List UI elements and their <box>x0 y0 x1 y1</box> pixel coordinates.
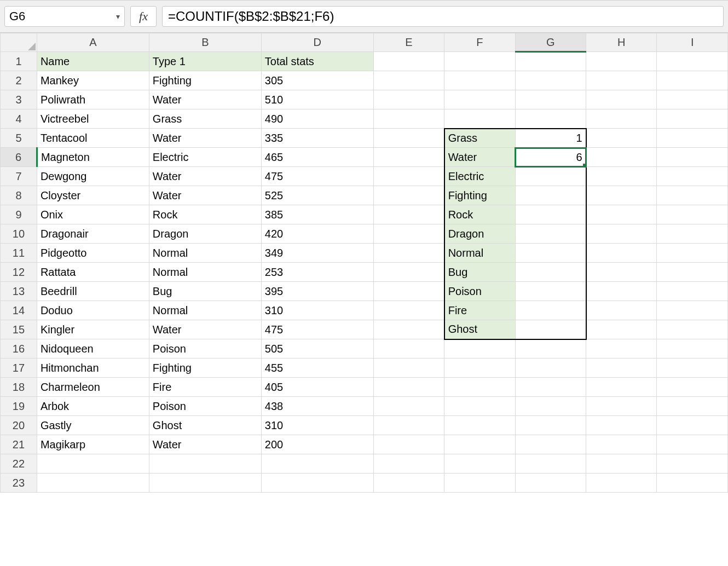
cell-I22[interactable] <box>657 454 728 473</box>
cell-B23[interactable] <box>149 473 261 493</box>
cell-H12[interactable] <box>586 263 657 282</box>
cell-F21[interactable] <box>444 435 515 454</box>
cell-I12[interactable] <box>657 263 728 282</box>
cell-B16[interactable]: Poison <box>149 339 261 359</box>
cell-E4[interactable] <box>373 109 444 129</box>
formula-input[interactable]: =COUNTIF($B$2:$B$21;F6) <box>162 6 724 27</box>
cell-D2[interactable]: 305 <box>261 71 373 90</box>
cell-G17[interactable] <box>515 359 586 378</box>
cell-B11[interactable]: Normal <box>149 244 261 263</box>
cell-B10[interactable]: Dragon <box>149 224 261 244</box>
cell-H1[interactable] <box>586 52 657 71</box>
cell-F7[interactable]: Electric <box>444 167 515 186</box>
cell-F8[interactable]: Fighting <box>444 186 515 205</box>
row-header-20[interactable]: 20 <box>1 416 37 435</box>
cell-A14[interactable]: Doduo <box>37 301 149 320</box>
cell-F16[interactable] <box>444 339 515 359</box>
cell-G14[interactable] <box>515 301 586 320</box>
cell-H22[interactable] <box>586 454 657 473</box>
row-header-21[interactable]: 21 <box>1 435 37 454</box>
cell-F1[interactable] <box>444 52 515 71</box>
cell-E6[interactable] <box>373 148 444 167</box>
cell-B6[interactable]: Electric <box>149 148 261 167</box>
cell-G11[interactable] <box>515 244 586 263</box>
cell-E2[interactable] <box>373 71 444 90</box>
cell-D21[interactable]: 200 <box>261 435 373 454</box>
row-header-8[interactable]: 8 <box>1 186 37 205</box>
cell-I19[interactable] <box>657 397 728 416</box>
cell-A2[interactable]: Mankey <box>37 71 149 90</box>
cell-A22[interactable] <box>37 454 149 473</box>
cell-H23[interactable] <box>586 473 657 493</box>
cell-F10[interactable]: Dragon <box>444 224 515 244</box>
cell-A23[interactable] <box>37 473 149 493</box>
cell-E9[interactable] <box>373 205 444 224</box>
column-header-D[interactable]: D <box>261 33 373 52</box>
row-header-9[interactable]: 9 <box>1 205 37 224</box>
row-header-7[interactable]: 7 <box>1 167 37 186</box>
row-header-22[interactable]: 22 <box>1 454 37 473</box>
cell-B22[interactable] <box>149 454 261 473</box>
cell-I10[interactable] <box>657 224 728 244</box>
cell-G1[interactable] <box>515 52 586 71</box>
cell-A13[interactable]: Beedrill <box>37 282 149 301</box>
cell-E3[interactable] <box>373 90 444 109</box>
cell-E1[interactable] <box>373 52 444 71</box>
row-header-10[interactable]: 10 <box>1 224 37 244</box>
cell-G12[interactable] <box>515 263 586 282</box>
cell-D9[interactable]: 385 <box>261 205 373 224</box>
cell-G10[interactable] <box>515 224 586 244</box>
cell-H4[interactable] <box>586 109 657 129</box>
cell-H13[interactable] <box>586 282 657 301</box>
cell-G19[interactable] <box>515 397 586 416</box>
cell-B20[interactable]: Ghost <box>149 416 261 435</box>
cell-G9[interactable] <box>515 205 586 224</box>
cell-G21[interactable] <box>515 435 586 454</box>
cell-A8[interactable]: Cloyster <box>37 186 149 205</box>
cell-F14[interactable]: Fire <box>444 301 515 320</box>
column-header-I[interactable]: I <box>657 33 728 52</box>
cell-F13[interactable]: Poison <box>444 282 515 301</box>
cell-H15[interactable] <box>586 320 657 339</box>
cell-F15[interactable]: Ghost <box>444 320 515 339</box>
cell-E7[interactable] <box>373 167 444 186</box>
column-header-F[interactable]: F <box>444 33 515 52</box>
cell-I2[interactable] <box>657 71 728 90</box>
cell-E22[interactable] <box>373 454 444 473</box>
cell-I3[interactable] <box>657 90 728 109</box>
cell-E18[interactable] <box>373 378 444 397</box>
cell-F2[interactable] <box>444 71 515 90</box>
cell-E16[interactable] <box>373 339 444 359</box>
chevron-down-icon[interactable]: ▾ <box>116 12 120 21</box>
cell-G7[interactable] <box>515 167 586 186</box>
cell-A21[interactable]: Magikarp <box>37 435 149 454</box>
row-header-16[interactable]: 16 <box>1 339 37 359</box>
cell-F5[interactable]: Grass <box>444 129 515 148</box>
cell-I11[interactable] <box>657 244 728 263</box>
row-header-3[interactable]: 3 <box>1 90 37 109</box>
cell-E12[interactable] <box>373 263 444 282</box>
cell-I18[interactable] <box>657 378 728 397</box>
cell-B13[interactable]: Bug <box>149 282 261 301</box>
cell-F3[interactable] <box>444 90 515 109</box>
cell-F9[interactable]: Rock <box>444 205 515 224</box>
row-header-19[interactable]: 19 <box>1 397 37 416</box>
cell-B2[interactable]: Fighting <box>149 71 261 90</box>
column-header-G[interactable]: G <box>515 33 586 52</box>
cell-A9[interactable]: Onix <box>37 205 149 224</box>
cell-E17[interactable] <box>373 359 444 378</box>
row-header-18[interactable]: 18 <box>1 378 37 397</box>
row-header-5[interactable]: 5 <box>1 129 37 148</box>
cell-D10[interactable]: 420 <box>261 224 373 244</box>
cell-A6[interactable]: Magneton <box>37 148 149 167</box>
row-header-12[interactable]: 12 <box>1 263 37 282</box>
cell-D11[interactable]: 349 <box>261 244 373 263</box>
cell-B12[interactable]: Normal <box>149 263 261 282</box>
cell-F23[interactable] <box>444 473 515 493</box>
cell-H20[interactable] <box>586 416 657 435</box>
cell-E23[interactable] <box>373 473 444 493</box>
name-box[interactable]: G6 ▾ <box>4 6 125 27</box>
cell-G8[interactable] <box>515 186 586 205</box>
cell-A20[interactable]: Gastly <box>37 416 149 435</box>
cell-F19[interactable] <box>444 397 515 416</box>
